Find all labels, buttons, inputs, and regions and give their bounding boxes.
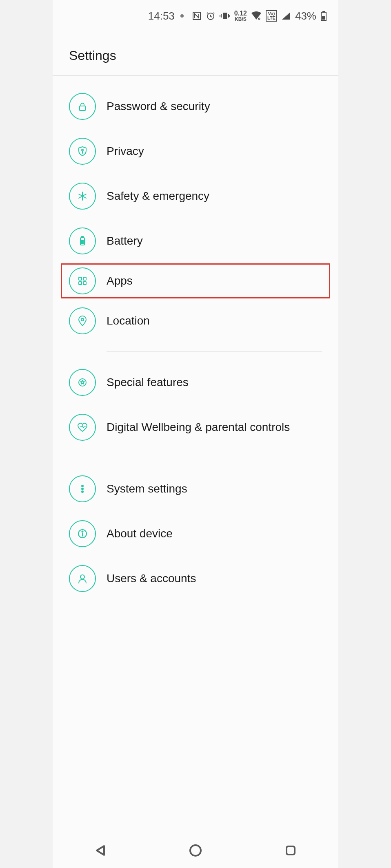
star-circle-icon bbox=[69, 369, 96, 396]
settings-item-battery[interactable]: Battery bbox=[69, 219, 322, 263]
grid-icon bbox=[69, 267, 96, 294]
svg-rect-15 bbox=[79, 282, 82, 285]
settings-item-label: Users & accounts bbox=[107, 572, 196, 585]
svg-rect-12 bbox=[81, 240, 84, 244]
shield-key-icon bbox=[69, 138, 96, 165]
volte-icon: Vo) LTE bbox=[266, 10, 277, 22]
settings-item-system-settings[interactable]: System settings bbox=[69, 466, 322, 511]
settings-list: Password & securityPrivacySafety & emerg… bbox=[53, 76, 338, 601]
settings-item-users-accounts[interactable]: Users & accounts bbox=[69, 556, 322, 601]
svg-point-24 bbox=[80, 575, 84, 579]
svg-point-17 bbox=[81, 318, 84, 321]
settings-item-password-security[interactable]: Password & security bbox=[69, 84, 322, 129]
svg-rect-11 bbox=[82, 236, 83, 238]
settings-item-digital-wellbeing[interactable]: Digital Wellbeing & parental controls bbox=[69, 405, 322, 450]
lock-icon bbox=[69, 93, 96, 120]
settings-item-label: Location bbox=[107, 314, 150, 327]
settings-item-location[interactable]: Location bbox=[69, 298, 322, 343]
home-button[interactable] bbox=[185, 840, 206, 861]
pin-icon bbox=[69, 307, 96, 334]
settings-item-label: Battery bbox=[107, 234, 143, 247]
svg-point-23 bbox=[82, 531, 83, 532]
settings-item-label: System settings bbox=[107, 482, 187, 495]
network-speed-indicator: 0.12 KB/S bbox=[234, 10, 247, 22]
battery-percent: 43% bbox=[295, 10, 316, 22]
status-time: 14:53 bbox=[148, 10, 175, 22]
recent-button[interactable] bbox=[280, 840, 301, 861]
svg-point-19 bbox=[82, 485, 83, 487]
svg-point-20 bbox=[82, 488, 83, 490]
battery-icon bbox=[320, 11, 327, 21]
svg-rect-14 bbox=[83, 277, 86, 280]
svg-rect-7 bbox=[322, 16, 325, 20]
info-icon bbox=[69, 520, 96, 547]
settings-item-label: Digital Wellbeing & parental controls bbox=[107, 421, 290, 434]
nfc-icon bbox=[192, 11, 202, 21]
asterisk-icon bbox=[69, 183, 96, 210]
wifi-icon bbox=[251, 11, 262, 20]
settings-item-special-features[interactable]: Special features bbox=[69, 360, 322, 405]
settings-item-label: Password & security bbox=[107, 100, 210, 113]
settings-item-label: About device bbox=[107, 527, 173, 540]
svg-rect-16 bbox=[83, 282, 86, 285]
battery-icon bbox=[69, 227, 96, 254]
status-dot-icon bbox=[180, 14, 184, 18]
settings-item-label: Apps bbox=[107, 274, 133, 287]
person-icon bbox=[69, 565, 96, 592]
dots-vertical-icon bbox=[69, 475, 96, 502]
header: Settings bbox=[53, 32, 338, 76]
svg-rect-8 bbox=[80, 106, 85, 110]
group-divider bbox=[107, 351, 322, 352]
page-title: Settings bbox=[69, 48, 322, 63]
svg-rect-6 bbox=[322, 11, 325, 12]
back-button[interactable] bbox=[90, 840, 111, 861]
settings-item-safety-emergency[interactable]: Safety & emergency bbox=[69, 174, 322, 219]
navigation-bar bbox=[53, 833, 338, 868]
svg-rect-13 bbox=[79, 277, 82, 280]
settings-item-privacy[interactable]: Privacy bbox=[69, 129, 322, 174]
status-bar: 14:53 0.12 KB/S Vo) LTE bbox=[53, 0, 338, 32]
settings-item-apps[interactable]: Apps bbox=[61, 263, 330, 298]
settings-item-about-device[interactable]: About device bbox=[69, 511, 322, 556]
vibrate-icon bbox=[220, 11, 230, 21]
svg-point-4 bbox=[259, 18, 260, 19]
svg-point-25 bbox=[190, 845, 201, 856]
svg-rect-2 bbox=[223, 13, 227, 19]
svg-rect-26 bbox=[287, 846, 295, 855]
alarm-icon bbox=[206, 11, 215, 21]
heart-icon bbox=[69, 414, 96, 441]
signal-icon bbox=[281, 11, 291, 20]
settings-item-label: Special features bbox=[107, 376, 189, 389]
settings-item-label: Safety & emergency bbox=[107, 190, 209, 203]
settings-item-label: Privacy bbox=[107, 145, 144, 158]
group-divider bbox=[107, 458, 322, 458]
svg-point-18 bbox=[79, 379, 86, 386]
svg-point-21 bbox=[82, 491, 83, 493]
